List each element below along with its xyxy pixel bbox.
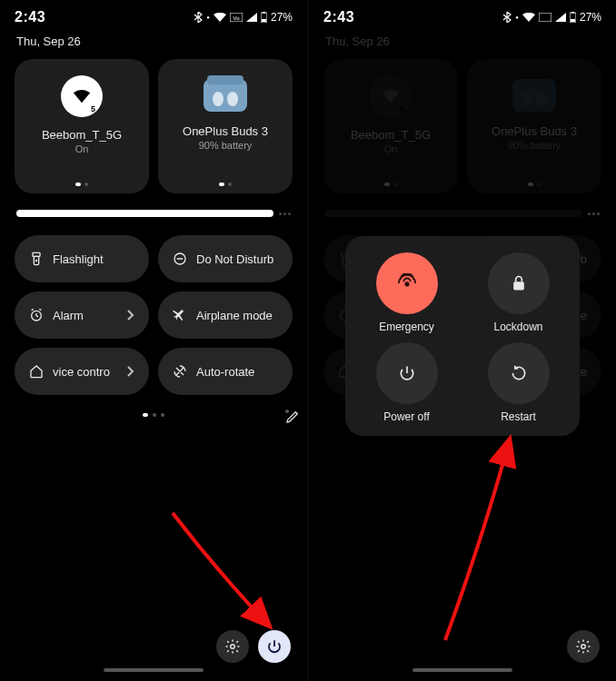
wifi-icon bbox=[214, 13, 226, 22]
emergency-icon bbox=[376, 252, 438, 314]
volte-icon: Vo bbox=[230, 13, 243, 22]
bt-device-name: OnePlus Buds 3 bbox=[183, 124, 268, 138]
svg-point-8 bbox=[213, 92, 224, 106]
settings-button[interactable] bbox=[567, 630, 600, 663]
wifi-tile-icon: 5 bbox=[370, 75, 412, 117]
svg-rect-11 bbox=[33, 252, 40, 256]
wifi-tile[interactable]: 5 Beebom_T_5G On bbox=[15, 59, 149, 193]
status-bar: 2:43 ● Vo 27% bbox=[15, 7, 293, 27]
signal-icon bbox=[246, 13, 257, 22]
brightness-slider[interactable] bbox=[16, 210, 273, 217]
wifi-band: 5 bbox=[400, 104, 404, 114]
svg-rect-31 bbox=[513, 281, 524, 290]
media-tiles: 5 Beebom_T_5G On OnePlus Buds 3 90% batt… bbox=[15, 59, 293, 193]
tile-pager bbox=[384, 177, 397, 186]
bluetooth-icon bbox=[194, 12, 203, 23]
lockdown-button[interactable]: Lockdown bbox=[462, 252, 574, 333]
volte-icon bbox=[539, 13, 551, 22]
battery-icon bbox=[261, 12, 267, 23]
home-icon bbox=[29, 364, 44, 379]
tile-pager-2 bbox=[219, 177, 232, 186]
dot-icon: ● bbox=[515, 15, 519, 20]
date: Thu, Sep 26 bbox=[325, 35, 601, 48]
svg-point-12 bbox=[35, 260, 36, 261]
device-controls-toggle[interactable]: vice contro bbox=[15, 348, 149, 395]
lockdown-label: Lockdown bbox=[493, 321, 542, 333]
wifi-icon bbox=[522, 13, 535, 22]
svg-rect-5 bbox=[262, 19, 266, 22]
dnd-icon bbox=[173, 252, 187, 266]
brightness-row bbox=[323, 210, 601, 217]
edit-icon bbox=[594, 413, 598, 417]
dnd-toggle[interactable]: Do Not Disturb bbox=[158, 235, 293, 282]
wifi-name: Beebom_T_5G bbox=[42, 128, 122, 142]
chevron-right-icon bbox=[125, 366, 134, 377]
power-button[interactable] bbox=[258, 630, 291, 663]
emergency-button[interactable]: Emergency bbox=[351, 252, 462, 333]
bottom-actions bbox=[323, 630, 601, 668]
earbuds-image bbox=[507, 74, 561, 117]
flashlight-toggle[interactable]: Flashlight bbox=[15, 235, 149, 282]
wifi-tile: 5 Beebom_T_5G On bbox=[323, 59, 458, 193]
clock: 2:43 bbox=[323, 9, 354, 25]
tile-pager-2 bbox=[528, 177, 541, 186]
quick-settings-grid: Flashlight Do Not Disturb Alarm Airplane… bbox=[15, 235, 293, 395]
restart-label: Restart bbox=[501, 410, 536, 423]
earbuds-image bbox=[198, 74, 253, 117]
svg-rect-7 bbox=[207, 75, 243, 84]
wifi-tile-icon: 5 bbox=[61, 75, 103, 117]
gesture-bar bbox=[323, 668, 601, 672]
dot-icon: ● bbox=[206, 15, 210, 20]
flashlight-label: Flashlight bbox=[53, 252, 104, 266]
airplane-toggle[interactable]: Airplane mode bbox=[158, 291, 293, 339]
bt-battery: 90% battery bbox=[199, 140, 253, 151]
svg-point-29 bbox=[581, 645, 586, 649]
power-menu-screen: 2:43 ● 27% Thu, Sep 26 5 Beebom_T_5G On bbox=[309, 0, 616, 681]
restart-button[interactable]: Restart bbox=[462, 342, 574, 423]
chevron-right-icon bbox=[125, 310, 134, 321]
svg-point-16 bbox=[231, 645, 235, 649]
brightness-slider bbox=[325, 210, 582, 217]
alarm-toggle[interactable]: Alarm bbox=[15, 291, 149, 339]
status-icons: ● 27% bbox=[502, 11, 601, 24]
emergency-label: Emergency bbox=[379, 321, 434, 333]
annotation-arrow-2 bbox=[427, 449, 536, 649]
bluetooth-icon bbox=[502, 12, 512, 23]
date[interactable]: Thu, Sep 26 bbox=[16, 35, 293, 48]
settings-button[interactable] bbox=[216, 630, 249, 663]
autorotate-icon bbox=[173, 364, 187, 379]
svg-marker-2 bbox=[246, 13, 257, 22]
svg-rect-21 bbox=[571, 12, 574, 14]
wifi-name: Beebom_T_5G bbox=[351, 128, 431, 142]
brightness-row bbox=[15, 210, 293, 217]
quick-settings-screen: 2:43 ● Vo 27% Thu, Sep 26 5 Beebom_T_5G … bbox=[0, 0, 307, 681]
alarm-icon bbox=[29, 308, 44, 322]
wifi-band: 5 bbox=[91, 104, 95, 114]
wifi-status: On bbox=[384, 143, 398, 154]
battery-percent: 27% bbox=[580, 11, 601, 24]
slider-overflow-icon bbox=[279, 212, 291, 215]
svg-point-25 bbox=[536, 92, 547, 106]
tile-pager bbox=[75, 177, 88, 186]
edit-icon[interactable] bbox=[285, 410, 289, 413]
alarm-label: Alarm bbox=[53, 309, 84, 322]
page-indicator bbox=[15, 413, 293, 417]
svg-point-9 bbox=[227, 92, 238, 106]
slider-overflow-icon bbox=[588, 212, 600, 215]
svg-rect-23 bbox=[512, 79, 556, 112]
svg-rect-4 bbox=[263, 12, 265, 14]
status-icons: ● Vo 27% bbox=[194, 11, 293, 24]
power-icon bbox=[376, 342, 438, 404]
flashlight-icon bbox=[29, 252, 44, 266]
power-menu: Emergency Lockdown Power off Restart bbox=[345, 236, 580, 436]
clock: 2:43 bbox=[15, 9, 45, 25]
airplane-icon bbox=[173, 308, 187, 322]
bt-battery: 90% battery bbox=[508, 140, 561, 151]
poweroff-button[interactable]: Power off bbox=[351, 342, 462, 423]
device-label: vice contro bbox=[53, 365, 116, 379]
autorotate-toggle[interactable]: Auto-rotate bbox=[158, 348, 293, 395]
bluetooth-tile[interactable]: OnePlus Buds 3 90% battery bbox=[158, 59, 293, 193]
media-tiles: 5 Beebom_T_5G On OnePlus Buds 3 90% batt… bbox=[323, 59, 601, 193]
svg-rect-18 bbox=[539, 13, 551, 22]
battery-percent: 27% bbox=[271, 11, 293, 24]
